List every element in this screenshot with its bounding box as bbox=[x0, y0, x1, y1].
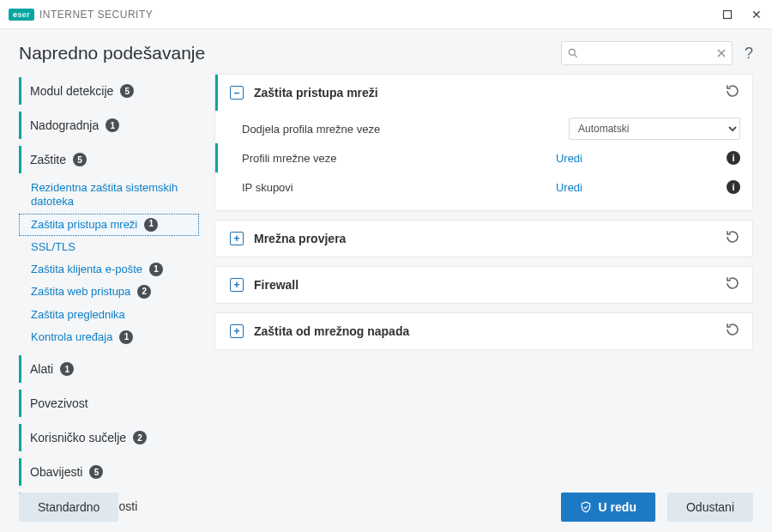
ok-button[interactable]: U redu bbox=[561, 493, 655, 522]
brand-badge: eser bbox=[9, 9, 34, 21]
content: – Zaštita pristupa mreži Dodjela profila… bbox=[199, 74, 753, 498]
row-label: Dodjela profila mrežne veze bbox=[242, 123, 516, 136]
sidebar-sub-browser[interactable]: Zaštita preglednika bbox=[19, 304, 199, 326]
sidebar-badge: 5 bbox=[89, 465, 103, 479]
titlebar: eser INTERNET SECURITY ✕ bbox=[0, 0, 772, 29]
panel-title: Mrežna provjera bbox=[254, 232, 346, 245]
cancel-button[interactable]: Odustani bbox=[667, 493, 753, 522]
panel-firewall: + Firewall bbox=[214, 266, 753, 304]
brand: eser INTERNET SECURITY bbox=[9, 9, 153, 21]
ok-button-label: U redu bbox=[599, 500, 636, 514]
sidebar-sub-resident[interactable]: Rezidentna zaštita sistemskih datoteka bbox=[19, 177, 182, 214]
cancel-button-label: Odustani bbox=[686, 500, 734, 514]
panel-header-firewall[interactable]: + Firewall bbox=[215, 267, 752, 303]
sidebar-badge: 5 bbox=[73, 153, 87, 166]
window-maximize-icon[interactable] bbox=[721, 8, 734, 21]
row-label: IP skupovi bbox=[242, 181, 516, 194]
sidebar-badge: 1 bbox=[119, 330, 133, 344]
panel-header-net-attack[interactable]: + Zaštita od mrežnog napada bbox=[215, 313, 752, 349]
reset-icon[interactable] bbox=[725, 229, 740, 248]
panel-title: Zaštita od mrežnog napada bbox=[254, 324, 409, 338]
default-button[interactable]: Standardno bbox=[19, 493, 118, 522]
expand-icon: + bbox=[230, 324, 244, 338]
default-button-label: Standardno bbox=[38, 500, 100, 514]
sidebar-sub-label: Zaštita web pristupa bbox=[31, 285, 130, 299]
sidebar-badge: 1 bbox=[144, 218, 158, 232]
sidebar-item-label: Nadogradnja bbox=[30, 118, 99, 132]
reset-icon[interactable] bbox=[725, 83, 740, 102]
sidebar-item-ui[interactable]: Korisničko sučelje 2 bbox=[19, 424, 199, 451]
brand-name: INTERNET SECURITY bbox=[39, 9, 153, 21]
sidebar-sub-label: Rezidentna zaštita sistemskih datoteka bbox=[31, 181, 181, 209]
window-controls: ✕ bbox=[721, 8, 763, 21]
panel-body-network-access: Dodjela profila mrežne veze Automatski P… bbox=[215, 111, 752, 210]
sidebar-item-label: Povezivost bbox=[30, 396, 88, 410]
row-ip-sets: IP skupovi Uredi i bbox=[215, 172, 740, 202]
sidebar-item-label: Zaštite bbox=[30, 153, 66, 166]
header: Napredno podešavanje ? bbox=[0, 29, 772, 74]
sidebar: Modul detekcije 5 Nadogradnja 1 Zaštite … bbox=[19, 74, 199, 498]
sidebar-item-connectivity[interactable]: Povezivost bbox=[19, 390, 199, 417]
panel-net-attack: + Zaštita od mrežnog napada bbox=[214, 312, 753, 350]
sidebar-sub-label: Zaštita pristupa mreži bbox=[31, 218, 137, 232]
window-close-icon[interactable]: ✕ bbox=[750, 8, 763, 21]
sidebar-badge: 5 bbox=[120, 84, 134, 98]
shield-check-icon bbox=[580, 501, 592, 513]
profile-assign-select[interactable]: Automatski bbox=[569, 118, 740, 140]
sidebar-sub-web[interactable]: Zaštita web pristupa 2 bbox=[19, 281, 199, 303]
sidebar-badge: 1 bbox=[60, 362, 74, 376]
brand-badge-sub: ser bbox=[18, 10, 30, 19]
sidebar-item-protections[interactable]: Zaštite 5 bbox=[19, 146, 199, 173]
sidebar-item-label: Alati bbox=[30, 362, 53, 376]
svg-rect-0 bbox=[724, 10, 732, 18]
sidebar-sub-label: Kontrola uređaja bbox=[31, 330, 112, 344]
sidebar-sub-label: SSL/TLS bbox=[31, 240, 75, 254]
sidebar-sub-ssl[interactable]: SSL/TLS bbox=[19, 236, 199, 258]
sidebar-badge: 1 bbox=[149, 263, 163, 276]
svg-point-1 bbox=[569, 49, 575, 55]
search-box[interactable] bbox=[561, 41, 733, 65]
info-icon[interactable]: i bbox=[727, 151, 740, 165]
sidebar-badge: 2 bbox=[137, 285, 151, 299]
row-profiles: Profili mrežne veze Uredi i bbox=[215, 143, 740, 172]
sidebar-badge: 2 bbox=[133, 431, 147, 444]
sidebar-item-detection[interactable]: Modul detekcije 5 bbox=[19, 77, 199, 105]
collapse-icon: – bbox=[230, 86, 244, 100]
expand-icon: + bbox=[230, 278, 244, 292]
sidebar-sub-network-access[interactable]: Zaštita pristupa mreži 1 bbox=[19, 214, 199, 236]
sidebar-item-label: Obavijesti bbox=[30, 465, 82, 479]
search-input[interactable] bbox=[579, 46, 716, 60]
expand-icon: + bbox=[230, 232, 244, 245]
sidebar-badge: 1 bbox=[106, 118, 119, 132]
panel-header-network-access[interactable]: – Zaštita pristupa mreži bbox=[215, 75, 752, 111]
info-icon[interactable]: i bbox=[727, 180, 740, 194]
sidebar-sub-email[interactable]: Zaštita klijenta e-pošte 1 bbox=[19, 258, 199, 281]
reset-icon[interactable] bbox=[725, 322, 740, 341]
body: Modul detekcije 5 Nadogradnja 1 Zaštite … bbox=[0, 74, 772, 498]
search-area: ? bbox=[561, 41, 753, 65]
search-clear-icon[interactable] bbox=[716, 48, 727, 58]
row-label: Profili mrežne veze bbox=[242, 152, 516, 165]
sidebar-item-label: Korisničko sučelje bbox=[30, 431, 126, 444]
panel-network-access: – Zaštita pristupa mreži Dodjela profila… bbox=[214, 74, 753, 211]
panel-title: Firewall bbox=[254, 278, 299, 292]
search-icon bbox=[567, 47, 579, 59]
sidebar-subtree-protections: Rezidentna zaštita sistemskih datoteka Z… bbox=[19, 177, 199, 348]
page-title: Napredno podešavanje bbox=[19, 43, 205, 63]
help-icon[interactable]: ? bbox=[745, 45, 753, 63]
footer: Standardno U redu Odustani bbox=[0, 482, 772, 532]
sidebar-item-tools[interactable]: Alati 1 bbox=[19, 355, 199, 383]
panel-network-check: + Mrežna provjera bbox=[214, 220, 753, 257]
sidebar-item-label: Modul detekcije bbox=[30, 84, 113, 98]
reset-icon[interactable] bbox=[725, 275, 740, 294]
sidebar-sub-label: Zaštita klijenta e-pošte bbox=[31, 263, 142, 276]
ipsets-edit-link[interactable]: Uredi bbox=[556, 181, 582, 194]
sidebar-sub-label: Zaštita preglednika bbox=[31, 308, 125, 322]
panel-title: Zaštita pristupa mreži bbox=[254, 86, 378, 100]
svg-line-2 bbox=[575, 55, 577, 57]
sidebar-sub-device[interactable]: Kontrola uređaja 1 bbox=[19, 326, 199, 348]
panel-header-network-check[interactable]: + Mrežna provjera bbox=[215, 221, 752, 257]
row-profile-assign: Dodjela profila mrežne veze Automatski bbox=[215, 114, 740, 143]
sidebar-item-update[interactable]: Nadogradnja 1 bbox=[19, 112, 199, 139]
profiles-edit-link[interactable]: Uredi bbox=[556, 152, 582, 165]
